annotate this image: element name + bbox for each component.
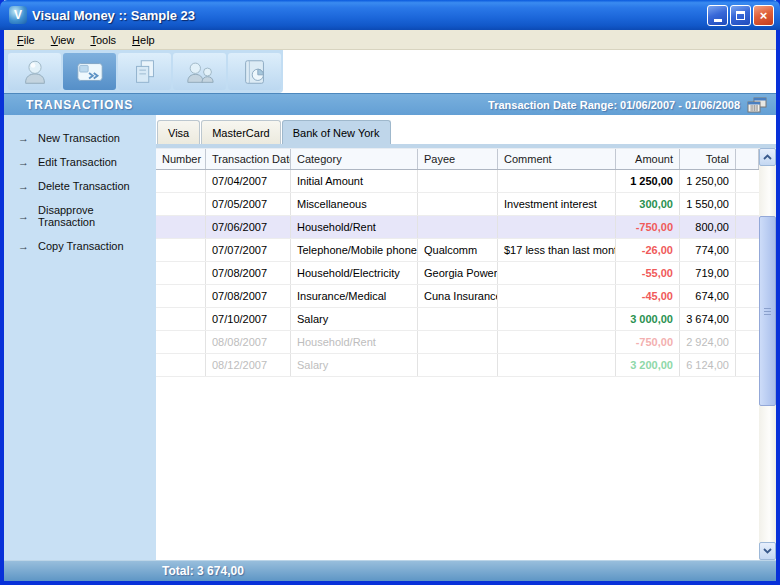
copy-documents-icon	[130, 57, 160, 87]
thumb-grip	[764, 311, 771, 312]
column-header-number[interactable]: Number	[156, 149, 206, 169]
sidebar-item-label: Copy Transaction	[38, 240, 124, 252]
minimize-button[interactable]	[707, 5, 728, 26]
close-button[interactable]: ×	[753, 5, 774, 26]
cell-total: 1 250,00	[680, 170, 736, 192]
table-row[interactable]: 07/06/2007Household/Rent-750,00800,00	[156, 216, 759, 239]
tab-bank-of-new-york[interactable]: Bank of New York	[282, 120, 391, 144]
app-window: V Visual Money :: Sample 23 × File View …	[0, 0, 780, 585]
section-title: TRANSACTIONS	[26, 98, 488, 112]
date-range-button[interactable]	[746, 96, 768, 113]
table-row[interactable]: 07/10/2007Salary3 000,003 674,00	[156, 308, 759, 331]
column-header-date[interactable]: Transaction Date	[206, 149, 291, 169]
content-area: →New Transaction→Edit Transaction→Delete…	[4, 115, 776, 560]
cell-amount: -26,00	[616, 239, 680, 261]
column-header-category[interactable]: Category	[291, 149, 418, 169]
cell-amount: 3 000,00	[616, 308, 680, 330]
cell-spacer	[736, 308, 759, 330]
table-row[interactable]: 08/08/2007Household/Rent-750,002 924,00	[156, 331, 759, 354]
table-row[interactable]: 07/08/2007Household/ElectricityGeorgia P…	[156, 262, 759, 285]
cell-amount: -750,00	[616, 331, 680, 353]
vertical-scrollbar[interactable]	[759, 148, 776, 560]
cell-payee	[418, 308, 498, 330]
table-header-row: NumberTransaction DateCategoryPayeeComme…	[156, 148, 759, 170]
menu-item-tools[interactable]: Tools	[83, 32, 123, 48]
table-row[interactable]: 07/05/2007MiscellaneousInvestment intere…	[156, 193, 759, 216]
cell-date: 08/12/2007	[206, 354, 291, 376]
cell-amount: 1 250,00	[616, 170, 680, 192]
column-header-amount[interactable]: Amount	[616, 149, 680, 169]
sidebar-item-delete-transaction[interactable]: →Delete Transaction	[4, 174, 156, 198]
cell-number	[156, 285, 206, 307]
cell-comment	[498, 170, 616, 192]
cell-comment: Investment interest	[498, 193, 616, 215]
title-bar: V Visual Money :: Sample 23 ×	[0, 0, 780, 30]
cell-number	[156, 354, 206, 376]
sidebar-item-copy-transaction[interactable]: →Copy Transaction	[4, 234, 156, 258]
column-header-spacer	[736, 149, 759, 169]
cell-date: 07/07/2007	[206, 239, 291, 261]
sidebar-item-disapprove-transaction[interactable]: →Disapprove Transaction	[4, 198, 156, 234]
cell-amount: -750,00	[616, 216, 680, 238]
tab-visa[interactable]: Visa	[157, 120, 200, 144]
thumb-grip	[764, 314, 771, 315]
arrow-icon: →	[18, 180, 29, 192]
minimize-icon	[714, 19, 722, 22]
payees-button[interactable]	[173, 53, 226, 90]
cell-payee	[418, 216, 498, 238]
table-row[interactable]: 07/07/2007Telephone/Mobile phoneQualcomm…	[156, 239, 759, 262]
reports-button[interactable]	[228, 53, 281, 90]
reports-book-icon	[240, 57, 270, 87]
maximize-button[interactable]	[730, 5, 751, 26]
date-range-label: Transaction Date Range: 01/06/2007 - 01/…	[488, 99, 740, 111]
scrollbar-thumb[interactable]	[759, 216, 776, 406]
accounts-button[interactable]	[8, 53, 61, 90]
table-row[interactable]: 07/04/2007Initial Amount1 250,001 250,00	[156, 170, 759, 193]
close-icon: ×	[760, 9, 768, 22]
column-header-total[interactable]: Total	[680, 149, 736, 169]
transactions-button[interactable]	[63, 53, 116, 90]
maximize-icon	[736, 11, 745, 20]
column-header-comment[interactable]: Comment	[498, 149, 616, 169]
table-row[interactable]: 08/12/2007Salary3 200,006 124,00	[156, 354, 759, 377]
cell-spacer	[736, 170, 759, 192]
column-header-payee[interactable]: Payee	[418, 149, 498, 169]
copy-transactions-button[interactable]	[118, 53, 171, 90]
thumb-grip	[764, 308, 771, 309]
payees-people-icon	[185, 57, 215, 87]
cell-total: 2 924,00	[680, 331, 736, 353]
account-tabs: VisaMasterCardBank of New York	[156, 115, 776, 144]
cell-date: 07/04/2007	[206, 170, 291, 192]
cell-spacer	[736, 262, 759, 284]
menu-item-help[interactable]: Help	[125, 32, 162, 48]
app-logo-icon: V	[9, 6, 27, 24]
cell-spacer	[736, 331, 759, 353]
scroll-up-button[interactable]	[759, 148, 776, 166]
chevron-down-icon	[763, 548, 772, 554]
cell-category: Household/Rent	[291, 216, 418, 238]
sidebar-item-edit-transaction[interactable]: →Edit Transaction	[4, 150, 156, 174]
sidebar-item-label: Disapprove Transaction	[38, 204, 152, 228]
sidebar-item-new-transaction[interactable]: →New Transaction	[4, 126, 156, 150]
main-panel: VisaMasterCardBank of New York NumberTra…	[156, 115, 776, 560]
menu-item-view[interactable]: View	[44, 32, 82, 48]
tab-mastercard[interactable]: MasterCard	[201, 120, 280, 144]
scroll-down-button[interactable]	[759, 542, 776, 560]
cell-comment	[498, 308, 616, 330]
cell-payee	[418, 354, 498, 376]
cell-number	[156, 262, 206, 284]
menu-item-file[interactable]: File	[10, 32, 42, 48]
table-row[interactable]: 07/08/2007Insurance/MedicalCuna Insuranc…	[156, 285, 759, 308]
sidebar-item-label: Delete Transaction	[38, 180, 130, 192]
toolbar-strip	[4, 50, 283, 93]
arrow-icon: →	[18, 132, 29, 144]
cell-total: 6 124,00	[680, 354, 736, 376]
menu-bar: File View Tools Help	[4, 30, 776, 50]
cell-number	[156, 216, 206, 238]
toolbar	[4, 50, 776, 93]
cell-date: 08/08/2007	[206, 331, 291, 353]
cell-number	[156, 308, 206, 330]
cell-total: 1 550,00	[680, 193, 736, 215]
cell-amount: 300,00	[616, 193, 680, 215]
cell-amount: -55,00	[616, 262, 680, 284]
